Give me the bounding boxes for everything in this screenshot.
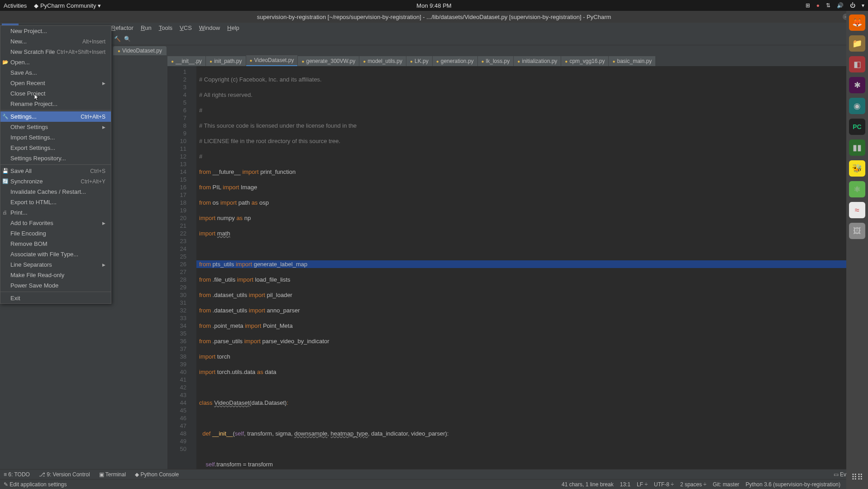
editor-tab[interactable]: ●__init__.py	[167, 56, 205, 66]
line-number: 17	[167, 191, 186, 199]
menu-item-label: Open...	[10, 59, 30, 66]
activities-label[interactable]: Activities	[4, 2, 27, 9]
file-menu-item[interactable]: Rename Project...	[0, 99, 111, 109]
file-menu-item[interactable]: Export Settings...	[0, 143, 111, 153]
status-interpreter[interactable]: Python 3.6 (supervision-by-registration)	[746, 481, 840, 488]
chevron-right-icon: ▶	[102, 221, 105, 225]
dock-apps-grid-icon[interactable]: ⠿⠿	[849, 469, 865, 485]
file-menu-item[interactable]: Add to Favorites▶	[0, 218, 111, 228]
editor-tab[interactable]: ●basic_main.py	[609, 56, 655, 66]
status-git-branch[interactable]: Git: master	[713, 481, 739, 488]
editor-tab[interactable]: ●initialization.py	[514, 56, 561, 66]
file-menu-item[interactable]: Line Separators▶	[0, 259, 111, 270]
python-console-tab[interactable]: ◆ Python Console	[135, 471, 179, 478]
terminal-tab[interactable]: ▣ Terminal	[99, 471, 126, 478]
todo-tab[interactable]: ≡ 6: TODO	[4, 471, 30, 478]
editor-tab[interactable]: ●cpm_vgg16.py	[561, 56, 608, 66]
menu-item-label: Line Separators	[10, 261, 52, 268]
menu-item-label: Synchronize	[10, 178, 43, 185]
network-icon[interactable]: ⇅	[826, 2, 830, 9]
menu-item-help[interactable]: Help	[224, 24, 243, 32]
dock-pycharm-icon[interactable]: PC	[849, 119, 865, 135]
file-menu-item[interactable]: New Scratch FileCtrl+Alt+Shift+Insert	[0, 47, 111, 57]
file-menu-item[interactable]: Settings Repository...	[0, 153, 111, 163]
line-number: 1	[167, 68, 186, 76]
editor-tab[interactable]: ●generate_300VW.py	[298, 56, 359, 66]
editor-tabs: ●__init__.py●init_path.py●VideoDataset.p…	[167, 55, 868, 66]
dropdown-icon[interactable]: ▾	[862, 2, 864, 9]
menu-item-refactor[interactable]: Refactor	[108, 24, 137, 32]
file-menu-item[interactable]: File Encoding	[0, 228, 111, 239]
file-menu-item[interactable]: Other Settings▶	[0, 122, 111, 132]
volume-icon[interactable]: 🔊	[837, 2, 844, 9]
menu-item-label: Power Save Mode	[10, 282, 58, 289]
menu-item-icon: 🖨	[2, 210, 9, 216]
editor-tab[interactable]: ●generation.py	[433, 56, 477, 66]
app-menu[interactable]: ◆ PyCharm Community ▾	[34, 2, 101, 9]
file-menu-item[interactable]: Export to HTML...	[0, 197, 111, 207]
tray-icon[interactable]: ⊞	[806, 2, 810, 9]
menu-item-run[interactable]: Run	[137, 24, 155, 32]
dock-firefox-icon[interactable]: 🦊	[849, 14, 865, 31]
file-menu-item[interactable]: New Project...	[0, 26, 111, 36]
dock-slack-icon[interactable]: ✱	[849, 77, 865, 93]
status-encoding[interactable]: UTF-8 ÷	[654, 481, 674, 488]
line-number: 40	[167, 368, 186, 376]
file-menu-item[interactable]: Make File Read-only	[0, 270, 111, 280]
breadcrumb-tab[interactable]: ● VideoDataset.py	[113, 46, 167, 55]
file-menu-item[interactable]: Associate with File Type...	[0, 249, 111, 259]
power-icon[interactable]: ⏻	[850, 2, 855, 9]
editor-tab[interactable]: ●init_path.py	[206, 56, 245, 66]
file-menu-item[interactable]: Invalidate Caches / Restart...	[0, 187, 111, 197]
dock-app-icon[interactable]: ◧	[849, 56, 865, 72]
editor-tab[interactable]: ●lk_loss.py	[478, 56, 514, 66]
file-menu-item[interactable]: 🔄SynchronizeCtrl+Alt+Y	[0, 176, 111, 187]
menu-item-label: New Project...	[10, 28, 47, 34]
file-menu-item[interactable]: Close Project	[0, 88, 111, 99]
dock-files-icon[interactable]: 📁	[849, 35, 865, 52]
menu-item-window[interactable]: Window	[196, 24, 224, 32]
dock-atom-icon[interactable]: ⚛	[849, 181, 865, 197]
tray-icon[interactable]: ●	[816, 2, 820, 9]
menu-item-vcs[interactable]: VCS	[176, 24, 196, 32]
file-menu-item[interactable]: 📂Open...	[0, 57, 111, 67]
dock-app-icon[interactable]: 🖼	[849, 223, 865, 239]
line-number: 20	[167, 214, 186, 222]
editor-tab[interactable]: ●LK.py	[406, 56, 432, 66]
editor-tab-label: generate_300VW.py	[306, 58, 355, 64]
line-number: 37	[167, 345, 186, 353]
dock-app-icon[interactable]: ▮▮	[849, 139, 865, 156]
editor-tab[interactable]: ●VideoDataset.py	[246, 55, 298, 66]
file-menu-item[interactable]: Open Recent▶	[0, 78, 111, 88]
bottom-tool-tabs: ≡ 6: TODO ⎇ 9: Version Control ▣ Termina…	[0, 469, 868, 479]
file-menu-item[interactable]: New...Alt+Insert	[0, 36, 111, 47]
vcs-tab[interactable]: ⎇ 9: Version Control	[39, 471, 90, 478]
file-menu-item[interactable]: Exit	[0, 293, 111, 303]
build-icon[interactable]: 🔨	[114, 35, 121, 43]
menu-item-label: Invalidate Caches / Restart...	[10, 188, 86, 195]
system-clock[interactable]: Mon 9:48 PM	[416, 2, 451, 9]
window-title-bar: supervision-by-registration [~/repos/sup…	[0, 11, 868, 23]
dock-app-icon[interactable]: 🐝	[849, 160, 865, 177]
status-indent[interactable]: 2 spaces ÷	[680, 481, 706, 488]
file-menu-item[interactable]: Save As...	[0, 67, 111, 78]
file-menu-item[interactable]: 🖨Print...	[0, 207, 111, 218]
chevron-right-icon: ▶	[102, 125, 105, 129]
line-number: 30	[167, 291, 186, 299]
file-menu-item[interactable]: 💾Save AllCtrl+S	[0, 166, 111, 176]
dock-app-icon[interactable]: ◉	[849, 98, 865, 114]
editor-tab-label: init_path.py	[214, 58, 242, 64]
file-menu-item[interactable]: Import Settings...	[0, 132, 111, 143]
dock-app-icon[interactable]: ≈	[849, 202, 865, 218]
status-caret-pos[interactable]: 13:1	[620, 481, 630, 488]
file-menu-item[interactable]: 🔧Settings...Ctrl+Alt+S	[0, 111, 111, 122]
status-line-ending[interactable]: LF ÷	[637, 481, 648, 488]
file-menu-item[interactable]: Power Save Mode	[0, 280, 111, 291]
editor-tab[interactable]: ●model_utils.py	[359, 56, 406, 66]
file-menu-item[interactable]: Remove BOM	[0, 239, 111, 249]
file-menu-dropdown: New Project...New...Alt+InsertNew Scratc…	[0, 25, 111, 304]
menu-item-label: Settings Repository...	[10, 155, 66, 162]
search-icon[interactable]: 🔍	[124, 35, 131, 43]
code-area[interactable]: # Copyright (c) Facebook, Inc. and its a…	[196, 66, 868, 469]
menu-item-tools[interactable]: Tools	[155, 24, 176, 32]
